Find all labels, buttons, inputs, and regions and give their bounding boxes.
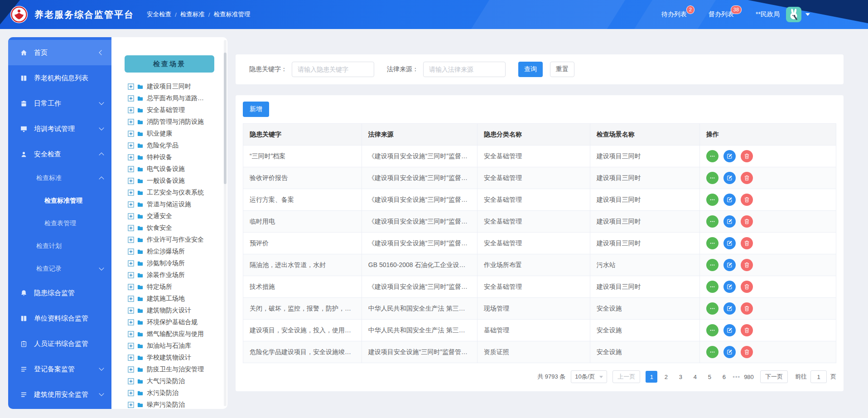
menu-collapse-icon[interactable]	[99, 50, 104, 55]
page-number-3[interactable]: 3	[675, 371, 686, 383]
page-number-6[interactable]: 6	[718, 371, 730, 383]
tree-node[interactable]: 交通安全	[128, 210, 225, 222]
row-edit-button[interactable]	[723, 150, 736, 162]
tree-node[interactable]: 饮食安全	[128, 222, 225, 234]
row-edit-button[interactable]	[723, 172, 736, 184]
sidebar-item-12[interactable]: 人员证书综合监管	[8, 331, 111, 356]
sidebar-item-sub-6[interactable]: 检查标准管理	[8, 190, 111, 212]
row-more-button[interactable]	[706, 346, 719, 358]
tree-node[interactable]: 职业健康	[128, 128, 225, 140]
row-delete-button[interactable]	[741, 346, 753, 358]
tree-node[interactable]: 电气设备设施	[128, 163, 225, 175]
row-edit-button[interactable]	[723, 215, 736, 228]
todo-list-link[interactable]: 待办列表 2	[661, 10, 687, 19]
user-menu[interactable]: **民政局	[756, 7, 810, 22]
tree-node[interactable]: 总平面布局与道路…	[128, 92, 225, 104]
expand-plus-icon[interactable]	[128, 260, 134, 267]
row-delete-button[interactable]	[741, 281, 753, 293]
page-ellipsis[interactable]: •••	[733, 374, 740, 380]
tree-node[interactable]: 建设项目三同时	[128, 81, 225, 92]
scene-header-button[interactable]: 检查场景	[125, 55, 214, 73]
expand-plus-icon[interactable]	[128, 237, 134, 243]
expand-plus-icon[interactable]	[128, 284, 134, 290]
add-button[interactable]: 新增	[243, 102, 269, 117]
tree-node[interactable]: 工艺安全与仪表系统	[128, 187, 225, 199]
tree-node[interactable]: 一般设备设施	[128, 175, 225, 187]
sidebar-item-1[interactable]: 养老机构信息列表	[8, 65, 111, 91]
breadcrumb-item[interactable]: 安全检查	[147, 10, 171, 19]
expand-plus-icon[interactable]	[128, 366, 134, 373]
expand-plus-icon[interactable]	[128, 272, 134, 278]
sidebar-item-13[interactable]: 登记备案监管	[8, 356, 111, 382]
tree-node[interactable]: 作业许可与作业安全	[128, 234, 225, 246]
sidebar-item-8[interactable]: 检查计划	[8, 235, 111, 258]
row-edit-button[interactable]	[723, 324, 736, 336]
row-edit-button[interactable]	[723, 346, 736, 358]
row-edit-button[interactable]	[723, 259, 736, 271]
sidebar-item-9[interactable]: 检查记录	[8, 258, 111, 280]
tree-node[interactable]: 学校建筑物设计	[128, 352, 225, 364]
expand-plus-icon[interactable]	[128, 319, 134, 326]
sidebar-item-2[interactable]: 日常工作	[8, 91, 111, 116]
expand-plus-icon[interactable]	[128, 178, 134, 184]
tree-node[interactable]: 环境保护基础合规	[128, 316, 225, 328]
row-delete-button[interactable]	[741, 237, 753, 249]
sidebar-item-5[interactable]: 检查标准	[8, 167, 111, 190]
row-delete-button[interactable]	[741, 194, 753, 206]
page-number-4[interactable]: 4	[689, 371, 701, 383]
row-delete-button[interactable]	[741, 172, 753, 184]
row-delete-button[interactable]	[741, 324, 753, 336]
tree-node[interactable]: 特定场所	[128, 281, 225, 293]
sidebar-item-11[interactable]: 单位资料综合监管	[8, 306, 111, 331]
tree-node[interactable]: 消防管理与消防设施	[128, 116, 225, 128]
row-delete-button[interactable]	[741, 215, 753, 228]
expand-plus-icon[interactable]	[128, 378, 134, 384]
breadcrumb-item[interactable]: 检查标准	[180, 10, 205, 19]
keyword-input[interactable]	[292, 62, 374, 77]
page-number-last[interactable]: 980	[743, 371, 755, 383]
row-more-button[interactable]	[706, 150, 719, 162]
tree-node[interactable]: 噪声污染防治	[128, 399, 225, 409]
tree-node[interactable]: 粉尘涉爆场所	[128, 246, 225, 258]
expand-plus-icon[interactable]	[128, 331, 134, 337]
tree-node[interactable]: 建筑施工场地	[128, 293, 225, 305]
expand-plus-icon[interactable]	[128, 95, 134, 102]
tree-node[interactable]: 大气污染防治	[128, 375, 225, 387]
reset-button[interactable]: 重置	[550, 62, 574, 77]
expand-plus-icon[interactable]	[128, 119, 134, 125]
row-more-button[interactable]	[706, 237, 719, 249]
expand-plus-icon[interactable]	[128, 225, 134, 231]
tree-node[interactable]: 危险化学品	[128, 140, 225, 151]
tree-node[interactable]: 燃气输配供应与使用	[128, 328, 225, 340]
tree-node[interactable]: 安全基础管理	[128, 104, 225, 116]
row-more-button[interactable]	[706, 194, 719, 206]
expand-plus-icon[interactable]	[128, 154, 134, 160]
tree-node[interactable]: 水污染防治	[128, 387, 225, 399]
row-edit-button[interactable]	[723, 281, 736, 293]
tree-node[interactable]: 涉氨制冷场所	[128, 258, 225, 269]
goto-page-input[interactable]	[810, 370, 827, 383]
row-more-button[interactable]	[706, 324, 719, 336]
tree-node[interactable]: 管道与储运设施	[128, 199, 225, 210]
row-more-button[interactable]	[706, 172, 719, 184]
sidebar-item-10[interactable]: 隐患综合监管	[8, 280, 111, 306]
expand-plus-icon[interactable]	[128, 390, 134, 396]
tree-node[interactable]: 加油站与石油库	[128, 340, 225, 352]
expand-plus-icon[interactable]	[128, 355, 134, 361]
expand-plus-icon[interactable]	[128, 213, 134, 219]
tree-node[interactable]: 特种设备	[128, 151, 225, 163]
tree-node[interactable]: 防疫卫生与治安管理	[128, 364, 225, 375]
expand-plus-icon[interactable]	[128, 248, 134, 255]
prev-page-button[interactable]: 上一页	[612, 370, 640, 383]
expand-plus-icon[interactable]	[128, 107, 134, 113]
sidebar-item-sub-7[interactable]: 检查表管理	[8, 212, 111, 235]
row-delete-button[interactable]	[741, 150, 753, 162]
expand-plus-icon[interactable]	[128, 343, 134, 349]
row-edit-button[interactable]	[723, 194, 736, 206]
expand-plus-icon[interactable]	[128, 201, 134, 208]
sidebar-item-14[interactable]: 建筑使用安全监管	[8, 382, 111, 407]
sidebar-item-4[interactable]: 安全检查	[8, 141, 111, 167]
expand-plus-icon[interactable]	[128, 166, 134, 172]
expand-plus-icon[interactable]	[128, 402, 134, 408]
expand-plus-icon[interactable]	[128, 307, 134, 314]
